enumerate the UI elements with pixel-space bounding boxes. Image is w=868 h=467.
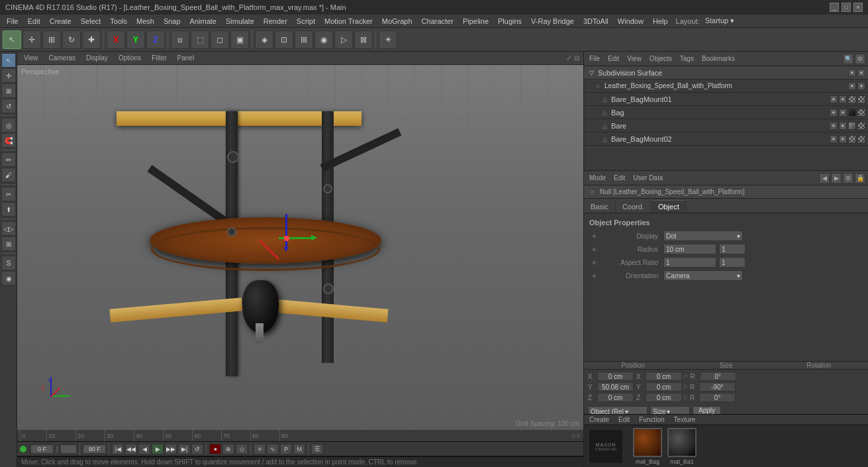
tool-mirror[interactable]: ◁▷ <box>1 221 16 236</box>
tab-object[interactable]: Object <box>651 200 687 213</box>
tab-coord[interactable]: Coord. <box>616 201 651 213</box>
vp-panel-btn[interactable]: Panel <box>175 54 197 62</box>
poly-mode-btn[interactable]: ▣ <box>230 30 249 49</box>
menu-select[interactable]: Select <box>77 16 105 26</box>
tab-basic[interactable]: Basic <box>584 201 616 213</box>
bm2-render[interactable]: ● <box>839 135 847 143</box>
current-frame-input[interactable] <box>30 444 54 454</box>
vp-view-btn[interactable]: View <box>21 54 41 62</box>
obj-tags-menu[interactable]: Tags <box>677 54 697 64</box>
menu-mograph[interactable]: MoGraph <box>378 16 416 26</box>
tool-paint[interactable]: 🖌 <box>1 168 16 182</box>
tool-extrude[interactable]: ⬆ <box>1 202 16 217</box>
obj-row-bagmount1[interactable]: △ Bare_BagMount01 ● ● <box>584 93 868 106</box>
shading-btn[interactable]: ◈ <box>255 30 273 49</box>
subdiv-vis-toggle[interactable]: ● <box>848 69 856 77</box>
frame-offset-input[interactable] <box>60 444 77 454</box>
go-end-btn[interactable]: ▶| <box>178 444 190 454</box>
obj-bookmarks-menu[interactable]: Bookmarks <box>699 54 738 64</box>
tool-live[interactable]: ◎ <box>1 118 16 132</box>
vp-filter-btn[interactable]: Filter <box>149 54 169 62</box>
tool-rotate[interactable]: ↺ <box>1 99 16 113</box>
maximize-button[interactable]: □ <box>842 3 851 12</box>
tool-array[interactable]: ⊞ <box>1 236 16 251</box>
main-vis-toggle[interactable]: ● <box>848 82 856 90</box>
timeline-btn[interactable]: ≡ <box>254 444 265 454</box>
main-render-toggle[interactable]: ● <box>857 82 865 90</box>
menu-create[interactable]: Create <box>46 16 75 26</box>
tool-select[interactable]: ↖ <box>1 53 16 68</box>
tool-sculpt[interactable]: S <box>1 256 16 270</box>
rot-z-input[interactable] <box>699 393 736 402</box>
move-tool-btn[interactable]: ✛ <box>23 30 41 49</box>
timeline-ruler[interactable]: 0 10 20 30 40 50 60 70 80 90 0 F <box>17 430 583 442</box>
props-userdata-menu[interactable]: User Data <box>630 173 665 183</box>
pos-y-input[interactable] <box>597 382 634 391</box>
play-btn[interactable]: ▶ <box>152 444 164 454</box>
autokey-btn[interactable]: ⊕ <box>222 444 234 454</box>
size-y-input[interactable] <box>646 382 682 391</box>
mat-function-menu[interactable]: Function <box>636 415 667 425</box>
tool-knife[interactable]: ✂ <box>1 187 16 201</box>
bare-vis[interactable]: ● <box>830 122 838 130</box>
menu-help[interactable]: Help <box>649 16 672 26</box>
menu-render[interactable]: Render <box>260 16 291 26</box>
obj-row-bag[interactable]: △ Bag ● ● <box>584 106 868 119</box>
props-mode-menu[interactable]: Mode <box>587 173 608 183</box>
bm1-vis[interactable]: ● <box>830 95 838 103</box>
layout-dropdown[interactable]: Startup ▾ <box>701 15 739 26</box>
obj-edit-menu[interactable]: Edit <box>605 54 622 64</box>
motion-btn[interactable]: P <box>280 444 292 454</box>
end-frame-input[interactable] <box>83 444 106 454</box>
radius-scale-input[interactable] <box>719 244 746 254</box>
keyframe-list-btn[interactable]: ☰ <box>311 444 323 454</box>
display-btn[interactable]: ⊡ <box>275 30 293 49</box>
obj-row-bare[interactable]: △ Bare ● ● <box>584 119 868 132</box>
pos-x-input[interactable] <box>597 372 634 381</box>
vp-layout-icon[interactable]: ⊟ <box>574 54 579 62</box>
iso-btn[interactable]: ◉ <box>314 30 333 49</box>
pos-z-input[interactable] <box>597 393 634 402</box>
menu-script[interactable]: Script <box>293 16 319 26</box>
edge-mode-btn[interactable]: ◻ <box>211 30 229 49</box>
play-back-btn[interactable]: ◀ <box>138 444 150 454</box>
size-x-input[interactable] <box>646 372 682 381</box>
props-edit-menu[interactable]: Edit <box>611 173 628 183</box>
bare-render[interactable]: ● <box>839 122 847 130</box>
bag-vis[interactable]: ● <box>830 109 838 117</box>
menu-snap[interactable]: Snap <box>160 16 185 26</box>
mat-edit-menu[interactable]: Edit <box>616 415 632 425</box>
menu-mesh[interactable]: Mesh <box>132 16 158 26</box>
z-axis-btn[interactable]: Z <box>146 30 165 49</box>
render-btn[interactable]: ▷ <box>334 30 353 49</box>
keyframe-btn[interactable]: ◇ <box>236 444 248 454</box>
vp-fullscreen-icon[interactable]: ⤢ <box>566 54 571 62</box>
wire-btn[interactable]: ⊞ <box>295 30 313 49</box>
select-tool-btn[interactable]: ↖ <box>3 30 21 49</box>
menu-edit[interactable]: Edit <box>24 16 44 26</box>
orientation-dropdown[interactable]: Camera ▾ <box>663 270 743 281</box>
menu-file[interactable]: File <box>3 16 23 26</box>
tool-weld[interactable]: ◉ <box>1 271 16 285</box>
viewport-canvas[interactable]: Perspective <box>17 65 583 430</box>
obj-mode-btn[interactable]: ⧇ <box>171 30 189 49</box>
rotate-tool-btn[interactable]: ↻ <box>62 30 81 49</box>
play-fwd-btn[interactable]: ▶▶ <box>165 444 177 454</box>
loop-btn[interactable]: ↺ <box>191 444 203 454</box>
close-button[interactable]: × <box>853 3 863 12</box>
bag-render[interactable]: ● <box>839 109 847 117</box>
props-lock-icon[interactable]: 🔒 <box>855 173 865 183</box>
prev-frame-btn[interactable]: ◀◀ <box>125 444 137 454</box>
region-render-btn[interactable]: ⊠ <box>354 30 373 49</box>
vp-display-btn[interactable]: Display <box>83 54 111 62</box>
props-fwd-icon[interactable]: ▶ <box>831 173 842 183</box>
bm2-vis[interactable]: ● <box>830 135 838 143</box>
morph-btn[interactable]: M <box>293 444 305 454</box>
go-start-btn[interactable]: |◀ <box>112 444 124 454</box>
obj-row-subdiv[interactable]: ▽ Subdivision Surface ● ● <box>584 66 868 79</box>
aspect-input[interactable] <box>663 257 716 268</box>
obj-row-bagmount2[interactable]: △ Bare_BagMount02 ● ● <box>584 132 868 146</box>
menu-3dtoall[interactable]: 3DToAll <box>579 16 612 26</box>
menu-plugins[interactable]: Plugins <box>494 16 526 26</box>
menu-pipeline[interactable]: Pipeline <box>459 16 493 26</box>
